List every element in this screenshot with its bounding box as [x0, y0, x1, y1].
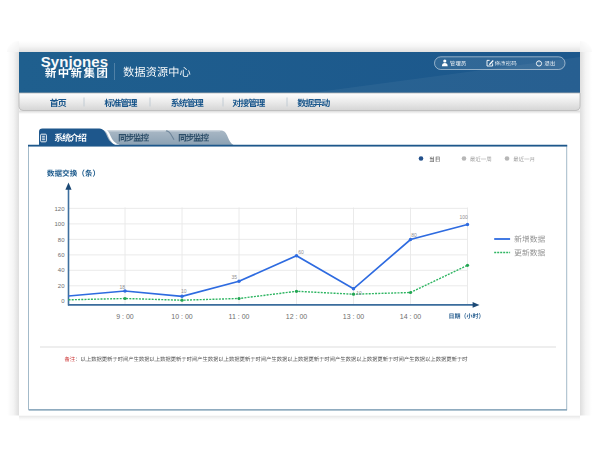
svg-text:12 : 00: 12 : 00: [286, 313, 308, 320]
svg-text:10 : 00: 10 : 00: [171, 313, 193, 320]
svg-text:11 : 00: 11 : 00: [229, 313, 250, 320]
svg-text:40: 40: [58, 267, 65, 273]
svg-text:60: 60: [298, 249, 304, 255]
svg-text:13 : 00: 13 : 00: [343, 313, 365, 320]
svg-text:20: 20: [58, 283, 65, 289]
svg-text:120: 120: [54, 206, 65, 212]
svg-text:10: 10: [181, 288, 187, 294]
svg-text:80: 80: [58, 237, 65, 243]
svg-text:35: 35: [232, 274, 238, 280]
svg-text:10: 10: [356, 290, 362, 296]
svg-text:18: 18: [120, 284, 126, 290]
svg-text:100: 100: [54, 221, 65, 227]
svg-text:Synjones: Synjones: [41, 53, 109, 70]
svg-text:9 : 00: 9 : 00: [116, 313, 134, 320]
svg-text:14 : 00: 14 : 00: [400, 313, 422, 320]
svg-text:100: 100: [459, 214, 468, 220]
svg-text:60: 60: [58, 252, 65, 258]
svg-text:80: 80: [411, 232, 417, 238]
